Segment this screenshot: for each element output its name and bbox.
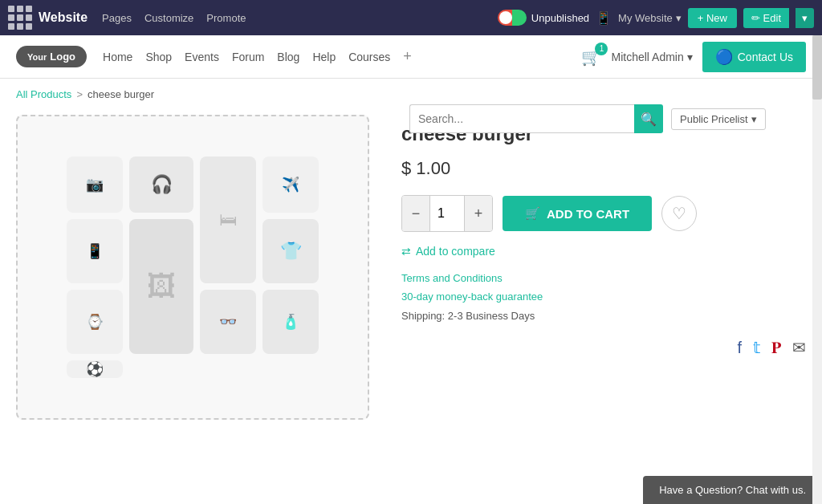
pinterest-share-icon[interactable]: 𝐏: [771, 339, 781, 357]
chat-widget-label: Have a Question? Chat with us.: [659, 484, 806, 496]
pricelist-chevron-icon: ▾: [751, 113, 757, 125]
shipping-text: Shipping: 2-3 Business Days: [401, 310, 535, 322]
scrollbar[interactable]: [812, 0, 822, 504]
qty-increase-button[interactable]: +: [465, 196, 492, 231]
product-placeholder: 📷 🎧 🛏 ✈️ 📱 🖼 👕 ⌚ 👓 🧴 ⚽: [18, 123, 368, 412]
placeholder-icon-plane: ✈️: [262, 156, 319, 213]
main-content: 📷 🎧 🛏 ✈️ 📱 🖼 👕 ⌚ 👓 🧴 ⚽ cheese burger $ 1…: [0, 107, 822, 420]
cart-badge: 1: [595, 43, 608, 55]
nav-blog[interactable]: Blog: [277, 51, 299, 63]
website-brand: Website: [39, 10, 87, 25]
apps-grid[interactable]: [8, 6, 32, 30]
product-details: cheese burger $ 1.00 − + 🛒 ADD TO CART ♡…: [401, 115, 806, 420]
placeholder-icon-shirt: 👕: [262, 219, 319, 283]
twitter-share-icon[interactable]: 𝕥: [753, 338, 760, 357]
email-share-icon[interactable]: ✉: [792, 338, 806, 357]
placeholder-icon-bottle: 🧴: [262, 290, 319, 354]
site-nav-right: 🛒 1 Mitchell Admin ▾ 🔵 Contact Us: [581, 42, 806, 72]
unpublished-label: Unpublished: [531, 12, 589, 24]
chat-widget[interactable]: Have a Question? Chat with us.: [643, 476, 822, 504]
add-nav-item-icon[interactable]: +: [403, 48, 412, 65]
cart-icon-btn: 🛒: [525, 206, 540, 221]
add-to-cart-row: − + 🛒 ADD TO CART ♡: [401, 195, 806, 232]
drop-icon: 🔵: [715, 48, 733, 66]
site-nav: Your Logo Home Shop Events Forum Blog He…: [0, 35, 822, 79]
placeholder-icon-image: 🖼: [129, 219, 193, 354]
placeholder-icon-ball: ⚽: [67, 360, 123, 378]
logo-your-text: Your: [27, 52, 47, 62]
top-bar: Website Pages Customize Promote Unpublis…: [0, 0, 822, 35]
my-website-button[interactable]: My Website ▾: [618, 12, 682, 24]
contact-us-button[interactable]: 🔵 Contact Us: [702, 42, 806, 72]
breadcrumb-all-products[interactable]: All Products: [16, 88, 71, 100]
breadcrumb-separator: >: [76, 88, 83, 100]
scrollbar-thumb[interactable]: [812, 35, 822, 100]
facebook-share-icon[interactable]: f: [737, 339, 742, 357]
edit-dropdown-button[interactable]: ▾: [796, 8, 814, 28]
nav-help[interactable]: Help: [312, 51, 336, 63]
nav-shop[interactable]: Shop: [145, 51, 172, 63]
quantity-control: − +: [401, 195, 493, 232]
placeholder-icon-headphones: 🎧: [129, 156, 193, 213]
placeholder-icon-phone: 📱: [67, 219, 123, 283]
user-menu-button[interactable]: Mitchell Admin ▾: [611, 51, 692, 63]
product-price: $ 1.00: [401, 158, 806, 179]
edit-button[interactable]: ✏ Edit: [743, 8, 789, 28]
add-to-cart-button[interactable]: 🛒 ADD TO CART: [503, 196, 652, 231]
top-bar-right: Unpublished 📱 My Website ▾ + New ✏ Edit …: [498, 8, 814, 28]
terms-link[interactable]: Terms and Conditions: [401, 272, 503, 284]
placeholder-icon-camera: 📷: [67, 156, 123, 213]
search-icon: 🔍: [641, 112, 657, 127]
top-nav-promote[interactable]: Promote: [206, 12, 246, 24]
terms-section: Terms and Conditions 30-day money-back g…: [401, 269, 806, 325]
qty-decrease-button[interactable]: −: [402, 196, 429, 231]
product-image-area: 📷 🎧 🛏 ✈️ 📱 🖼 👕 ⌚ 👓 🧴 ⚽: [16, 115, 369, 420]
search-row: 🔍: [409, 104, 663, 133]
user-chevron-icon: ▾: [687, 51, 693, 63]
nav-forum[interactable]: Forum: [232, 51, 264, 63]
publish-toggle[interactable]: [498, 10, 527, 26]
search-input[interactable]: [409, 104, 634, 133]
wishlist-button[interactable]: ♡: [661, 196, 697, 231]
logo-logo-text: Logo: [50, 51, 75, 63]
compare-label: Add to compare: [416, 245, 495, 258]
add-to-compare-row[interactable]: ⇄ Add to compare: [401, 245, 806, 258]
nav-events[interactable]: Events: [185, 51, 219, 63]
moneyback-link[interactable]: 30-day money-back guarantee: [401, 291, 543, 303]
social-share-row: f 𝕥 𝐏 ✉: [401, 338, 806, 357]
top-bar-nav: Pages Customize Promote: [102, 12, 491, 24]
logo[interactable]: Your Logo: [16, 46, 87, 67]
cart-button[interactable]: 🛒 1: [581, 47, 601, 67]
site-nav-links: Home Shop Events Forum Blog Help Courses…: [103, 48, 412, 65]
placeholder-icon-bed: 🛏: [200, 156, 256, 283]
pricelist-dropdown[interactable]: Public Pricelist ▾: [671, 108, 766, 130]
placeholder-icon-glasses: 👓: [200, 290, 256, 354]
heart-icon: ♡: [672, 204, 686, 223]
chevron-down-icon: ▾: [676, 12, 682, 24]
breadcrumb-current-page: cheese burger: [87, 88, 154, 100]
top-nav-customize[interactable]: Customize: [144, 12, 193, 24]
top-nav-pages[interactable]: Pages: [102, 12, 132, 24]
search-pricelist-row: 🔍 Public Pricelist ▾: [409, 104, 766, 133]
publish-toggle-wrap[interactable]: Unpublished: [498, 10, 589, 26]
mobile-preview-icon[interactable]: 📱: [596, 10, 612, 26]
placeholder-icon-watch: ⌚: [67, 290, 123, 354]
compare-icon: ⇄: [401, 245, 411, 258]
search-button[interactable]: 🔍: [634, 104, 663, 133]
quantity-input[interactable]: [429, 196, 465, 231]
nav-courses[interactable]: Courses: [348, 51, 390, 63]
new-button[interactable]: + New: [688, 8, 737, 28]
breadcrumb: All Products > cheese burger: [0, 79, 822, 107]
nav-home[interactable]: Home: [103, 51, 132, 63]
